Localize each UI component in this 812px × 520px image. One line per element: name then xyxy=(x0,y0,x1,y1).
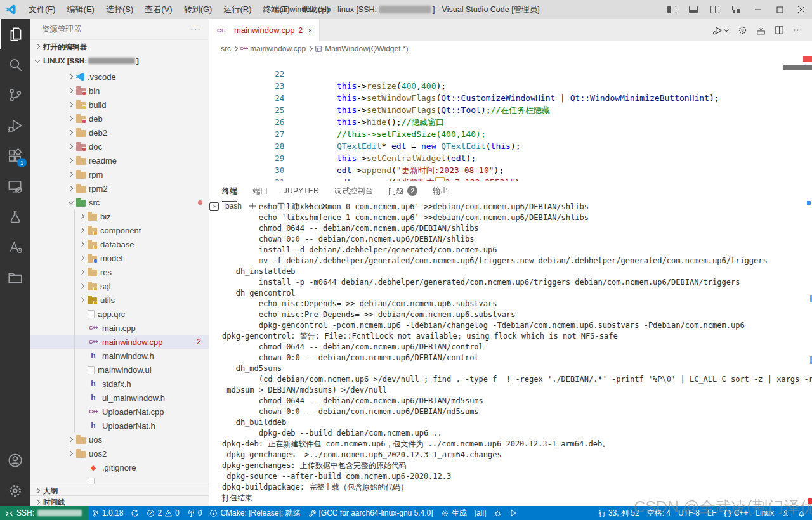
file-icon xyxy=(88,270,97,276)
panel-tab[interactable]: 问题 2 xyxy=(388,181,417,202)
menu-item[interactable]: 选择(S) xyxy=(100,0,139,19)
tree-item[interactable]: h mainwindow.h xyxy=(30,349,209,363)
workspace-root[interactable]: LINUX [SSH: ] xyxy=(30,54,209,68)
lint-tools-icon[interactable] xyxy=(0,232,30,263)
editor-scrollbar-thumb[interactable] xyxy=(783,65,812,70)
feedback-button[interactable] xyxy=(778,506,794,520)
menu-item[interactable]: 转到(G) xyxy=(178,0,218,19)
toggle-panel-button[interactable] xyxy=(683,0,704,19)
tree-item[interactable]: deb2 xyxy=(30,126,209,140)
cmake-target[interactable]: [all] xyxy=(471,506,490,520)
tree-item[interactable]: ◆ .gitignore xyxy=(30,460,209,474)
account-icon[interactable] xyxy=(0,445,30,476)
open-editors-section[interactable]: 打开的编辑器 xyxy=(30,39,209,54)
panel-tab[interactable]: 调试控制台 xyxy=(334,181,373,202)
testing-icon[interactable] xyxy=(0,202,30,232)
panel-tab[interactable]: 终端 xyxy=(222,181,237,202)
language-mode[interactable]: { } C++ xyxy=(720,506,752,520)
panel-tab[interactable]: JUPYTER xyxy=(284,181,319,202)
notifications-button[interactable] xyxy=(794,506,812,520)
tree-item[interactable]: h UploaderNat.h xyxy=(30,419,209,432)
panel-tab[interactable]: 端口 xyxy=(252,181,268,202)
menu-item[interactable]: 文件(F) xyxy=(23,0,62,19)
menu-item[interactable]: 编辑(E) xyxy=(62,0,100,19)
ports-status[interactable]: 0 xyxy=(183,506,206,520)
tree-item[interactable]: model xyxy=(30,251,209,265)
split-editor-icon[interactable] xyxy=(774,25,785,36)
tree-item[interactable]: h stdafx.h xyxy=(30,377,209,391)
tree-item[interactable]: app.qrc xyxy=(30,307,209,321)
tree-item[interactable]: C++ UploaderNat.cpp xyxy=(30,405,209,419)
sync-status[interactable] xyxy=(127,506,143,520)
tree-item[interactable]: bin xyxy=(30,84,209,98)
tree-item[interactable]: readme xyxy=(30,153,209,167)
tree-item[interactable]: component xyxy=(30,223,209,237)
maximize-button[interactable] xyxy=(769,0,790,19)
toggle-sidebar-button[interactable] xyxy=(661,0,683,19)
tab-close-icon[interactable]: × xyxy=(308,25,313,36)
tree-item[interactable]: rpm xyxy=(30,167,209,181)
menu-item[interactable]: 运行(R) xyxy=(218,0,257,19)
tree-item[interactable]: database xyxy=(30,237,209,251)
code-editor[interactable]: 22 23 this->resize(400,400); 24 this->se… xyxy=(209,56,803,181)
remote-os-status[interactable]: Linux xyxy=(752,506,778,520)
extensions-icon[interactable]: 1 xyxy=(0,141,30,171)
breadcrumb-symbol[interactable]: MainWindow(QWidget *) xyxy=(315,44,408,53)
cursor-position[interactable]: 行 33, 列 52 xyxy=(595,506,643,520)
customize-layout-button[interactable] xyxy=(726,0,747,19)
editor-more-actions-icon[interactable] xyxy=(792,25,803,36)
git-branch-status[interactable]: 1.0.18 xyxy=(88,506,127,520)
file-icon xyxy=(76,172,86,179)
tree-item[interactable]: C++ mainwindow.cpp 2 xyxy=(30,335,209,349)
search-icon[interactable] xyxy=(0,49,30,80)
explorer-icon[interactable] xyxy=(0,19,30,49)
tree-item[interactable]: sql xyxy=(30,279,209,293)
sidebar-more-actions[interactable]: ··· xyxy=(190,24,201,34)
panel-tab[interactable]: 输出 xyxy=(433,181,448,202)
terminal-output[interactable]: echo 'libxkbcommon 0 com.ncmem.up6' >>de… xyxy=(222,202,806,506)
debug-target-button[interactable] xyxy=(490,506,506,520)
encoding-status[interactable]: UTF-8 xyxy=(674,506,704,520)
menu-item[interactable]: 查看(V) xyxy=(139,0,178,19)
remote-explorer-icon[interactable] xyxy=(0,171,30,202)
settings-gear-icon[interactable] xyxy=(0,476,30,506)
close-button[interactable] xyxy=(790,0,812,19)
debug-run-button[interactable] xyxy=(712,25,730,36)
indentation-status[interactable]: 空格: 4 xyxy=(643,506,674,520)
tree-item-label: mainwindow.h xyxy=(102,351,154,361)
remote-indicator[interactable]: SSH: xyxy=(0,506,88,520)
tree-item[interactable]: mainwindow.ui xyxy=(30,363,209,377)
tab-mainwindow-cpp[interactable]: C++ mainwindow.cpp 2 × xyxy=(209,19,320,41)
install-build-icon[interactable] xyxy=(756,25,766,36)
tree-item[interactable]: build xyxy=(30,98,209,112)
cmake-kit-status[interactable]: [GCC for aarch64-linux-gnu 5.4.0] xyxy=(304,506,437,520)
tree-item[interactable]: biz xyxy=(30,209,209,223)
project-folder-icon[interactable] xyxy=(0,263,30,293)
tree-item[interactable]: src xyxy=(30,195,209,209)
tree-item[interactable]: uos xyxy=(30,432,209,446)
tree-item[interactable]: C++ main.cpp xyxy=(30,321,209,335)
tree-item[interactable]: h ui_mainwindow.h xyxy=(30,391,209,405)
launch-target-button[interactable] xyxy=(506,506,521,520)
source-control-icon[interactable] xyxy=(0,80,30,110)
tree-item[interactable]: deb xyxy=(30,112,209,126)
tree-item[interactable]: rpm2 xyxy=(30,181,209,195)
cmake-build-button[interactable]: 生成 xyxy=(437,506,471,520)
breadcrumb-src[interactable]: src xyxy=(221,44,231,53)
minimize-button[interactable] xyxy=(747,0,769,19)
terminal-line: chmod 0644 -- debian/com.ncmem.up6/DEBIA… xyxy=(222,342,806,353)
toggle-secondary-sidebar-button[interactable] xyxy=(704,0,726,19)
cmake-configure-icon[interactable] xyxy=(737,25,748,36)
tree-item-label: mainwindow.ui xyxy=(98,365,152,375)
tree-item[interactable]: .vscode xyxy=(30,70,209,84)
cmake-status[interactable]: CMake: [Release]: 就绪 xyxy=(206,506,304,520)
tree-item[interactable]: utils xyxy=(30,293,209,307)
problems-status[interactable]: 2 0 xyxy=(143,506,183,520)
tree-item[interactable]: doc xyxy=(30,140,209,153)
run-debug-icon[interactable] xyxy=(0,110,30,141)
tree-item[interactable]: uos2 xyxy=(30,446,209,460)
tree-item[interactable]: res xyxy=(30,265,209,279)
tree-item-label: biz xyxy=(100,212,111,221)
eol-status[interactable]: LF xyxy=(704,506,720,520)
breadcrumb-file[interactable]: C++ mainwindow.cpp xyxy=(240,44,306,53)
